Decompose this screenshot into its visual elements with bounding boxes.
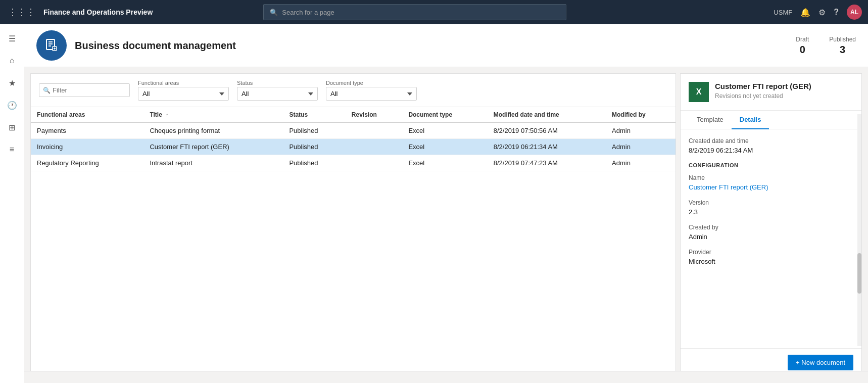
data-table: Functional areas Title ↑ Status Revision… [31, 107, 676, 371]
detail-scrollbar[interactable] [857, 114, 861, 346]
app-grid-icon[interactable]: ⋮⋮⋮ [6, 5, 37, 20]
published-label: Published [829, 36, 856, 43]
sidebar-item-favorites[interactable]: ★ [2, 73, 22, 93]
table-cell: Published [283, 123, 345, 139]
table-cell [346, 123, 403, 139]
table-cell: Regulatory Reporting [31, 155, 143, 171]
draft-value: 0 [796, 44, 809, 56]
page-icon [36, 30, 67, 61]
field-created-by: Created by Admin [689, 224, 853, 241]
table-cell: 8/2/2019 07:50:56 AM [488, 123, 606, 139]
filters-row: 🔍 Functional areas All Status All Do [31, 74, 676, 107]
draft-stat: Draft 0 [796, 36, 809, 56]
filter-search-icon: 🔍 [43, 87, 51, 94]
table-cell: Admin [606, 123, 676, 139]
published-value: 3 [829, 44, 856, 56]
sidebar-item-list[interactable]: ≡ [2, 139, 22, 160]
search-input[interactable] [282, 9, 560, 16]
version-label: Version [689, 199, 853, 206]
name-value[interactable]: Customer FTI report (GER) [689, 183, 853, 191]
document-type-select[interactable]: All [326, 87, 417, 101]
detail-excel-icon: X [689, 82, 709, 102]
sidebar-item-menu[interactable]: ☰ [2, 28, 22, 49]
field-name: Name Customer FTI report (GER) [689, 174, 853, 191]
documents-table: Functional areas Title ↑ Status Revision… [31, 107, 676, 171]
notification-icon[interactable]: 🔔 [800, 8, 810, 17]
detail-scrollbar-thumb [857, 253, 861, 294]
help-icon[interactable]: ? [834, 8, 839, 17]
table-cell: 8/2/2019 06:21:34 AM [488, 139, 606, 155]
col-title[interactable]: Title ↑ [143, 107, 283, 123]
detail-tabs: Template Details [681, 111, 861, 129]
created-date-label: Created date and time [689, 137, 853, 145]
table-cell: Published [283, 139, 345, 155]
functional-areas-filter: Functional areas All [138, 80, 229, 101]
detail-content: Created date and time 8/2/2019 06:21:34 … [681, 129, 861, 348]
app-title: Finance and Operations Preview [43, 8, 153, 16]
page-stats: Draft 0 Published 3 [796, 36, 856, 56]
table-header-row: Functional areas Title ↑ Status Revision… [31, 107, 676, 123]
table-cell [346, 139, 403, 155]
status-label: Status [237, 80, 318, 86]
table-row[interactable]: Regulatory ReportingIntrastat reportPubl… [31, 155, 676, 171]
svg-rect-3 [49, 45, 51, 46]
field-version: Version 2.3 [689, 199, 853, 216]
table-cell: Intrastat report [143, 155, 283, 171]
settings-icon[interactable]: ⚙ [818, 8, 826, 17]
search-bar[interactable]: 🔍 [263, 4, 566, 20]
table-row[interactable]: PaymentsCheques printing formatPublished… [31, 123, 676, 139]
col-revision[interactable]: Revision [346, 107, 403, 123]
sidebar-item-recent[interactable]: 🕐 [2, 95, 22, 115]
created-date-value: 8/2/2019 06:21:34 AM [689, 147, 853, 154]
status-select[interactable]: All [237, 87, 318, 101]
field-created-date: Created date and time 8/2/2019 06:21:34 … [689, 137, 853, 154]
search-icon: 🔍 [270, 9, 278, 16]
user-company[interactable]: USMF [774, 9, 792, 16]
created-by-label: Created by [689, 224, 853, 231]
configuration-header: CONFIGURATION [689, 162, 853, 168]
name-label: Name [689, 174, 853, 181]
table-panel: 🔍 Functional areas All Status All Do [30, 73, 676, 377]
table-row[interactable]: InvoicingCustomer FTI report (GER)Publis… [31, 139, 676, 155]
svg-rect-1 [49, 41, 53, 42]
main-area: Business document management Draft 0 Pub… [24, 24, 868, 383]
detail-panel: X Customer FTI report (GER) Revisions no… [680, 73, 862, 377]
provider-value: Microsoft [689, 258, 853, 265]
sidebar: ☰ ⌂ ★ 🕐 ⊞ ≡ [0, 24, 24, 383]
table-cell: Customer FTI report (GER) [143, 139, 283, 155]
tab-template[interactable]: Template [689, 111, 732, 129]
sidebar-item-modules[interactable]: ⊞ [2, 117, 22, 137]
new-document-button[interactable]: + New document [788, 355, 853, 370]
table-cell [346, 155, 403, 171]
col-document-type[interactable]: Document type [402, 107, 487, 123]
table-cell: Admin [606, 139, 676, 155]
table-cell: Excel [402, 139, 487, 155]
content-split: 🔍 Functional areas All Status All Do [24, 67, 868, 383]
nav-icons: USMF 🔔 ⚙ ? AL [774, 5, 862, 20]
functional-areas-label: Functional areas [138, 80, 229, 86]
detail-subtitle: Revisions not yet created [715, 92, 811, 100]
top-navigation: ⋮⋮⋮ Finance and Operations Preview 🔍 USM… [0, 0, 868, 24]
filter-input[interactable] [39, 83, 130, 97]
col-status[interactable]: Status [283, 107, 345, 123]
detail-header: X Customer FTI report (GER) Revisions no… [681, 74, 861, 111]
page-header: Business document management Draft 0 Pub… [24, 24, 868, 67]
table-cell: Invoicing [31, 139, 143, 155]
tab-details[interactable]: Details [732, 111, 769, 129]
table-cell: Published [283, 155, 345, 171]
col-functional-areas[interactable]: Functional areas [31, 107, 143, 123]
page-title: Business document management [75, 40, 236, 52]
sidebar-item-home[interactable]: ⌂ [2, 51, 22, 71]
document-type-label: Document type [326, 80, 417, 86]
user-avatar[interactable]: AL [847, 5, 862, 20]
table-cell: Excel [402, 123, 487, 139]
col-modified-by[interactable]: Modified by [606, 107, 676, 123]
field-provider: Provider Microsoft [689, 249, 853, 265]
bottom-bar [0, 371, 868, 383]
detail-title: Customer FTI report (GER) [715, 82, 811, 90]
col-modified[interactable]: Modified date and time [488, 107, 606, 123]
table-cell: Excel [402, 155, 487, 171]
table-body: PaymentsCheques printing formatPublished… [31, 123, 676, 171]
functional-areas-select[interactable]: All [138, 87, 229, 101]
table-cell: Admin [606, 155, 676, 171]
